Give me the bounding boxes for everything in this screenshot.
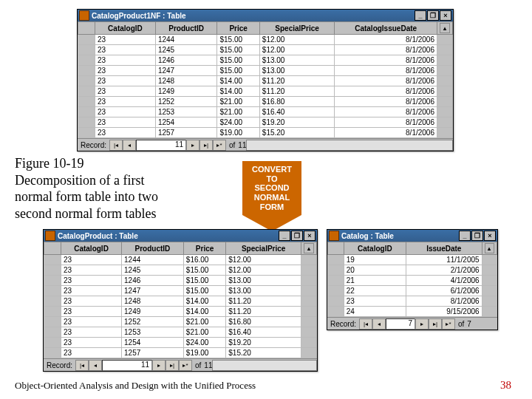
cell[interactable]: $21.00 [217,97,259,107]
cell[interactable]: 23 [61,348,122,358]
titlebar[interactable]: Catalog : Table _ ❐ × [327,230,497,242]
col-price[interactable]: Price [183,242,225,255]
cell[interactable]: 1249 [155,86,217,97]
cell[interactable]: 1254 [155,117,217,128]
cell[interactable]: 8/1/2006 [335,55,437,66]
col-specialprice[interactable]: SpecialPrice [226,242,301,255]
cell[interactable]: $19.20 [259,117,334,128]
cell[interactable]: 1252 [155,97,217,107]
cell[interactable]: $14.00 [183,296,225,307]
minimize-button[interactable]: _ [459,231,471,241]
nav-next-button[interactable]: ▸ [152,360,166,371]
cell[interactable]: 1244 [122,255,184,265]
cell[interactable]: 23 [61,265,122,276]
nav-new-button[interactable]: ▸* [179,360,192,371]
nav-last-button[interactable]: ▸| [200,140,213,151]
cell[interactable]: 23 [95,107,156,117]
cell[interactable]: $15.00 [217,45,259,55]
cell[interactable]: $12.00 [226,265,301,276]
row-selector[interactable] [78,45,95,55]
scroll-up-icon[interactable]: ▴ [304,243,314,253]
cell[interactable]: $24.00 [217,117,259,128]
record-number[interactable]: 11 [102,360,152,371]
col-catalogid[interactable]: CatalogID [344,242,406,255]
cell[interactable]: 1248 [122,296,184,307]
row-selector[interactable] [44,307,61,317]
cell[interactable]: 1246 [155,55,217,66]
horizontal-scrollbar[interactable] [246,140,453,151]
cell[interactable]: 23 [61,276,122,286]
row-selector[interactable] [44,276,61,286]
row-selector[interactable] [328,265,344,276]
cell[interactable]: 8/1/2006 [335,117,437,128]
nav-next-button[interactable]: ▸ [415,318,429,330]
cell[interactable]: 8/1/2006 [335,35,437,45]
row-selector[interactable] [44,348,61,358]
row-selector[interactable] [44,317,61,327]
cell[interactable]: 23 [95,35,156,45]
row-selector[interactable] [78,55,95,66]
cell[interactable]: $11.20 [259,86,334,97]
cell[interactable]: 24 [344,307,406,317]
cell[interactable]: 1247 [122,286,184,296]
cell[interactable]: 9/15/2006 [406,307,482,317]
cell[interactable]: $13.00 [226,276,301,286]
row-selector[interactable] [78,35,95,45]
scroll-up-icon[interactable]: ▴ [440,23,450,33]
cell[interactable]: $19.00 [183,348,225,358]
cell[interactable]: $21.00 [183,317,225,327]
cell[interactable]: $12.00 [259,45,334,55]
cell[interactable]: 1257 [122,348,184,358]
cell[interactable]: 23 [95,86,156,97]
cell[interactable]: 1257 [155,128,217,138]
nav-prev-button[interactable]: ◂ [372,318,386,330]
grid[interactable]: CatalogID IssueDate ▴ 1911/1/2005202/1/2… [327,242,497,317]
cell[interactable]: $13.00 [226,286,301,296]
scroll-up-icon[interactable]: ▴ [485,243,494,253]
cell[interactable]: 23 [61,327,122,338]
cell[interactable]: $15.20 [259,128,334,138]
cell[interactable]: $19.00 [217,128,259,138]
row-selector[interactable] [78,107,95,117]
nav-new-button[interactable]: ▸* [442,318,455,330]
cell[interactable]: 23 [61,317,122,327]
cell[interactable]: 2/1/2006 [406,265,482,276]
minimize-button[interactable]: _ [279,231,290,241]
restore-button[interactable]: ❐ [471,231,483,241]
nav-next-button[interactable]: ▸ [186,140,200,151]
nav-first-button[interactable]: |◂ [359,318,372,330]
nav-last-button[interactable]: ▸| [166,360,179,371]
cell[interactable]: 23 [95,66,156,76]
cell[interactable]: 8/1/2006 [335,97,437,107]
col-specialprice[interactable]: SpecialPrice [259,22,334,35]
cell[interactable]: 1245 [155,45,217,55]
restore-button[interactable]: ❐ [427,10,439,21]
cell[interactable]: $13.00 [259,66,334,76]
cell[interactable]: 8/1/2006 [335,86,437,97]
cell[interactable]: 23 [95,55,156,66]
cell[interactable]: $19.20 [226,338,301,348]
cell[interactable]: $15.00 [217,35,259,45]
cell[interactable]: 1249 [122,307,184,317]
cell[interactable]: 20 [344,265,406,276]
nav-new-button[interactable]: ▸* [213,140,226,151]
cell[interactable]: 21 [344,276,406,286]
cell[interactable]: $24.00 [183,338,225,348]
nav-prev-button[interactable]: ◂ [89,360,102,371]
cell[interactable]: 19 [344,255,406,265]
cell[interactable]: 1248 [155,76,217,86]
cell[interactable]: 23 [95,76,156,86]
cell[interactable]: $16.80 [226,317,301,327]
row-selector[interactable] [328,255,344,265]
row-selector[interactable] [44,327,61,338]
row-selector[interactable] [44,338,61,348]
minimize-button[interactable]: _ [415,10,426,21]
cell[interactable]: $16.80 [259,97,334,107]
record-number[interactable]: 11 [136,140,186,151]
cell[interactable]: 23 [61,296,122,307]
col-price[interactable]: Price [217,22,259,35]
grid[interactable]: CatalogID ProductID Price SpecialPrice ▴… [44,242,317,358]
cell[interactable]: $11.20 [226,296,301,307]
col-productid[interactable]: ProductID [122,242,184,255]
cell[interactable]: $14.00 [183,307,225,317]
